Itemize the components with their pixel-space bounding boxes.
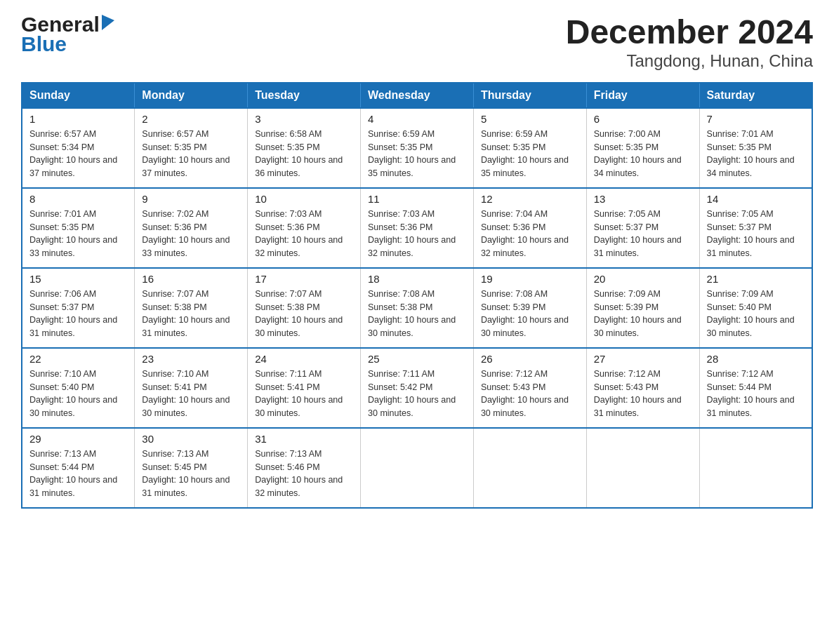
calendar-cell: 5Sunrise: 6:59 AMSunset: 5:35 PMDaylight… <box>473 108 586 188</box>
calendar-cell: 1Sunrise: 6:57 AMSunset: 5:34 PMDaylight… <box>22 108 135 188</box>
day-number: 21 <box>707 273 805 285</box>
calendar-header-wednesday: Wednesday <box>361 83 474 108</box>
day-info: Sunrise: 7:04 AMSunset: 5:36 PMDaylight:… <box>481 208 579 260</box>
day-number: 22 <box>29 353 127 365</box>
day-number: 15 <box>29 273 127 285</box>
day-info: Sunrise: 7:09 AMSunset: 5:40 PMDaylight:… <box>707 288 805 340</box>
day-number: 16 <box>142 273 240 285</box>
calendar-header-friday: Friday <box>586 83 699 108</box>
calendar-cell <box>361 428 474 508</box>
calendar-cell: 29Sunrise: 7:13 AMSunset: 5:44 PMDayligh… <box>22 428 135 508</box>
calendar-cell: 30Sunrise: 7:13 AMSunset: 5:45 PMDayligh… <box>135 428 248 508</box>
calendar-cell: 26Sunrise: 7:12 AMSunset: 5:43 PMDayligh… <box>473 348 586 428</box>
calendar-cell: 2Sunrise: 6:57 AMSunset: 5:35 PMDaylight… <box>135 108 248 188</box>
day-number: 30 <box>142 433 240 445</box>
calendar-cell: 21Sunrise: 7:09 AMSunset: 5:40 PMDayligh… <box>699 268 812 348</box>
day-number: 24 <box>255 353 353 365</box>
day-info: Sunrise: 7:02 AMSunset: 5:36 PMDaylight:… <box>142 208 240 260</box>
day-info: Sunrise: 7:07 AMSunset: 5:38 PMDaylight:… <box>142 288 240 340</box>
calendar-cell: 10Sunrise: 7:03 AMSunset: 5:36 PMDayligh… <box>248 188 361 268</box>
day-number: 4 <box>368 113 466 125</box>
page-subtitle: Tangdong, Hunan, China <box>566 51 813 71</box>
calendar-header-tuesday: Tuesday <box>248 83 361 108</box>
day-number: 26 <box>481 353 579 365</box>
day-info: Sunrise: 6:59 AMSunset: 5:35 PMDaylight:… <box>368 128 466 180</box>
day-info: Sunrise: 7:01 AMSunset: 5:35 PMDaylight:… <box>29 208 127 260</box>
day-info: Sunrise: 7:10 AMSunset: 5:40 PMDaylight:… <box>29 368 127 420</box>
day-info: Sunrise: 6:57 AMSunset: 5:35 PMDaylight:… <box>142 128 240 180</box>
day-info: Sunrise: 6:59 AMSunset: 5:35 PMDaylight:… <box>481 128 579 180</box>
calendar-cell <box>586 428 699 508</box>
day-number: 11 <box>368 193 466 205</box>
day-number: 3 <box>255 113 353 125</box>
day-info: Sunrise: 7:01 AMSunset: 5:35 PMDaylight:… <box>707 128 805 180</box>
calendar-cell: 12Sunrise: 7:04 AMSunset: 5:36 PMDayligh… <box>473 188 586 268</box>
calendar-week-2: 8Sunrise: 7:01 AMSunset: 5:35 PMDaylight… <box>22 188 812 268</box>
day-info: Sunrise: 7:05 AMSunset: 5:37 PMDaylight:… <box>594 208 692 260</box>
calendar-week-3: 15Sunrise: 7:06 AMSunset: 5:37 PMDayligh… <box>22 268 812 348</box>
day-info: Sunrise: 6:57 AMSunset: 5:34 PMDaylight:… <box>29 128 127 180</box>
calendar-cell: 19Sunrise: 7:08 AMSunset: 5:39 PMDayligh… <box>473 268 586 348</box>
calendar-cell <box>473 428 586 508</box>
calendar-cell: 13Sunrise: 7:05 AMSunset: 5:37 PMDayligh… <box>586 188 699 268</box>
day-info: Sunrise: 7:09 AMSunset: 5:39 PMDaylight:… <box>594 288 692 340</box>
day-number: 20 <box>594 273 692 285</box>
calendar-week-1: 1Sunrise: 6:57 AMSunset: 5:34 PMDaylight… <box>22 108 812 188</box>
day-info: Sunrise: 7:08 AMSunset: 5:39 PMDaylight:… <box>481 288 579 340</box>
calendar-cell: 25Sunrise: 7:11 AMSunset: 5:42 PMDayligh… <box>361 348 474 428</box>
day-number: 9 <box>142 193 240 205</box>
day-number: 13 <box>594 193 692 205</box>
logo: General Blue <box>21 14 114 56</box>
calendar-cell: 9Sunrise: 7:02 AMSunset: 5:36 PMDaylight… <box>135 188 248 268</box>
day-number: 17 <box>255 273 353 285</box>
calendar-cell: 27Sunrise: 7:12 AMSunset: 5:43 PMDayligh… <box>586 348 699 428</box>
day-info: Sunrise: 7:00 AMSunset: 5:35 PMDaylight:… <box>594 128 692 180</box>
day-info: Sunrise: 7:07 AMSunset: 5:38 PMDaylight:… <box>255 288 353 340</box>
day-number: 2 <box>142 113 240 125</box>
day-number: 27 <box>594 353 692 365</box>
page-header: General Blue December 2024 Tangdong, Hun… <box>21 14 813 71</box>
day-info: Sunrise: 7:11 AMSunset: 5:42 PMDaylight:… <box>368 368 466 420</box>
day-number: 18 <box>368 273 466 285</box>
day-number: 6 <box>594 113 692 125</box>
calendar-cell: 17Sunrise: 7:07 AMSunset: 5:38 PMDayligh… <box>248 268 361 348</box>
calendar-cell: 7Sunrise: 7:01 AMSunset: 5:35 PMDaylight… <box>699 108 812 188</box>
calendar-header-thursday: Thursday <box>473 83 586 108</box>
day-number: 25 <box>368 353 466 365</box>
logo-blue: Blue <box>21 32 67 56</box>
calendar-header-saturday: Saturday <box>699 83 812 108</box>
svg-marker-0 <box>102 15 114 30</box>
day-info: Sunrise: 7:03 AMSunset: 5:36 PMDaylight:… <box>255 208 353 260</box>
calendar-cell: 4Sunrise: 6:59 AMSunset: 5:35 PMDaylight… <box>361 108 474 188</box>
calendar-cell: 18Sunrise: 7:08 AMSunset: 5:38 PMDayligh… <box>361 268 474 348</box>
day-number: 7 <box>707 113 805 125</box>
page-title: December 2024 <box>566 14 813 51</box>
calendar-table: SundayMondayTuesdayWednesdayThursdayFrid… <box>21 82 813 509</box>
calendar-cell: 14Sunrise: 7:05 AMSunset: 5:37 PMDayligh… <box>699 188 812 268</box>
day-number: 23 <box>142 353 240 365</box>
day-number: 19 <box>481 273 579 285</box>
day-info: Sunrise: 7:08 AMSunset: 5:38 PMDaylight:… <box>368 288 466 340</box>
calendar-cell: 6Sunrise: 7:00 AMSunset: 5:35 PMDaylight… <box>586 108 699 188</box>
day-info: Sunrise: 7:13 AMSunset: 5:46 PMDaylight:… <box>255 448 353 500</box>
day-number: 28 <box>707 353 805 365</box>
day-number: 8 <box>29 193 127 205</box>
calendar-cell: 24Sunrise: 7:11 AMSunset: 5:41 PMDayligh… <box>248 348 361 428</box>
calendar-cell: 11Sunrise: 7:03 AMSunset: 5:36 PMDayligh… <box>361 188 474 268</box>
day-number: 1 <box>29 113 127 125</box>
calendar-header-sunday: Sunday <box>22 83 135 108</box>
calendar-cell: 20Sunrise: 7:09 AMSunset: 5:39 PMDayligh… <box>586 268 699 348</box>
calendar-cell: 23Sunrise: 7:10 AMSunset: 5:41 PMDayligh… <box>135 348 248 428</box>
calendar-cell: 28Sunrise: 7:12 AMSunset: 5:44 PMDayligh… <box>699 348 812 428</box>
logo-arrow-icon <box>102 15 114 32</box>
calendar-cell: 3Sunrise: 6:58 AMSunset: 5:35 PMDaylight… <box>248 108 361 188</box>
calendar-cell <box>699 428 812 508</box>
calendar-week-5: 29Sunrise: 7:13 AMSunset: 5:44 PMDayligh… <box>22 428 812 508</box>
day-number: 12 <box>481 193 579 205</box>
calendar-header-monday: Monday <box>135 83 248 108</box>
day-info: Sunrise: 7:12 AMSunset: 5:44 PMDaylight:… <box>707 368 805 420</box>
day-number: 14 <box>707 193 805 205</box>
calendar-cell: 8Sunrise: 7:01 AMSunset: 5:35 PMDaylight… <box>22 188 135 268</box>
day-number: 29 <box>29 433 127 445</box>
day-number: 31 <box>255 433 353 445</box>
